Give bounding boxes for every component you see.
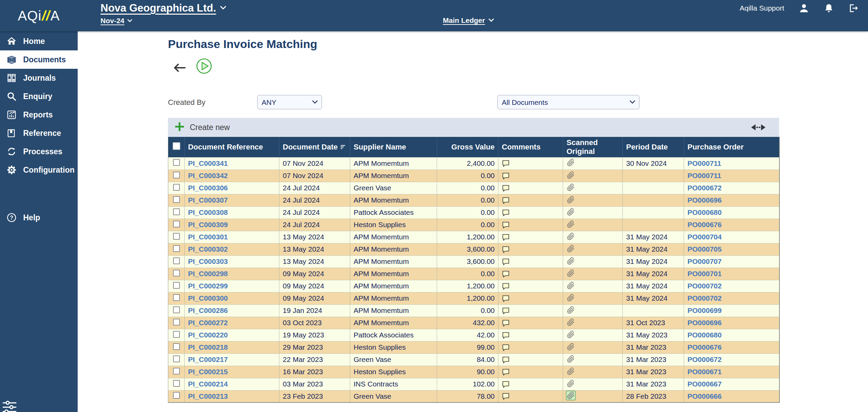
document-reference-link[interactable]: PI_C000215 bbox=[188, 368, 228, 376]
paperclip-icon[interactable] bbox=[567, 391, 575, 400]
expand-width-icon[interactable] bbox=[750, 123, 766, 133]
run-play-button[interactable] bbox=[196, 58, 212, 76]
paperclip-icon[interactable] bbox=[567, 306, 575, 314]
logout-icon[interactable] bbox=[848, 3, 858, 13]
purchase-order-link[interactable]: PO000704 bbox=[687, 233, 722, 241]
document-reference-link[interactable]: PI_C000220 bbox=[188, 331, 228, 339]
purchase-order-link[interactable]: PO000696 bbox=[687, 319, 722, 327]
comment-bubble-icon[interactable] bbox=[502, 356, 510, 364]
user-profile-icon[interactable] bbox=[799, 3, 809, 14]
comment-bubble-icon[interactable] bbox=[502, 209, 510, 217]
purchase-order-link[interactable]: PO000676 bbox=[687, 343, 722, 351]
document-reference-link[interactable]: PI_C000299 bbox=[188, 282, 228, 290]
row-checkbox[interactable] bbox=[173, 392, 180, 399]
document-reference-link[interactable]: PI_C000300 bbox=[188, 294, 228, 302]
paperclip-icon[interactable] bbox=[567, 343, 575, 351]
paperclip-icon[interactable] bbox=[567, 171, 575, 179]
document-filter-select[interactable]: All Documents bbox=[497, 95, 639, 109]
purchase-order-link[interactable]: PO000705 bbox=[687, 245, 722, 253]
comment-bubble-icon[interactable] bbox=[502, 184, 510, 192]
paperclip-icon[interactable] bbox=[567, 379, 575, 388]
row-checkbox[interactable] bbox=[173, 221, 180, 227]
comment-bubble-icon[interactable] bbox=[502, 392, 510, 400]
col-header-comments[interactable]: Comments bbox=[498, 137, 563, 157]
comment-bubble-icon[interactable] bbox=[502, 282, 510, 290]
paperclip-icon[interactable] bbox=[567, 330, 575, 339]
sidebar-item-enquiry[interactable]: Enquiry bbox=[0, 87, 78, 106]
paperclip-icon[interactable] bbox=[567, 281, 575, 290]
purchase-order-link[interactable]: PO000711 bbox=[687, 172, 721, 179]
company-selector[interactable]: Nova Geographica Ltd. bbox=[100, 2, 226, 14]
row-checkbox[interactable] bbox=[173, 257, 180, 264]
comment-bubble-icon[interactable] bbox=[502, 344, 510, 352]
row-checkbox[interactable] bbox=[173, 159, 180, 166]
purchase-order-link[interactable]: PO000696 bbox=[687, 196, 722, 204]
comment-bubble-icon[interactable] bbox=[502, 368, 510, 376]
comment-bubble-icon[interactable] bbox=[502, 319, 510, 327]
purchase-order-link[interactable]: PO000702 bbox=[687, 282, 722, 290]
purchase-order-link[interactable]: PO000701 bbox=[687, 270, 722, 278]
purchase-order-link[interactable]: PO000672 bbox=[687, 355, 722, 363]
sidebar-item-processes[interactable]: Processes bbox=[0, 142, 78, 161]
document-reference-link[interactable]: PI_C000342 bbox=[188, 172, 228, 179]
notifications-bell-icon[interactable] bbox=[824, 3, 834, 13]
document-reference-link[interactable]: PI_C000286 bbox=[188, 306, 228, 314]
select-all-checkbox[interactable] bbox=[173, 142, 180, 150]
col-header-scanned-original[interactable]: Scanned Original bbox=[563, 137, 623, 157]
row-checkbox[interactable] bbox=[173, 294, 180, 301]
row-checkbox[interactable] bbox=[173, 368, 180, 375]
filter-sliders-icon[interactable] bbox=[2, 400, 17, 412]
row-checkbox[interactable] bbox=[173, 245, 180, 252]
sidebar-item-home[interactable]: Home bbox=[0, 32, 78, 50]
paperclip-icon[interactable] bbox=[567, 318, 575, 327]
comment-bubble-icon[interactable] bbox=[502, 331, 510, 339]
document-reference-link[interactable]: PI_C000302 bbox=[188, 245, 228, 253]
comment-bubble-icon[interactable] bbox=[502, 295, 510, 303]
paperclip-icon[interactable] bbox=[567, 269, 575, 278]
col-header-supplier-name[interactable]: Supplier Name bbox=[350, 137, 437, 157]
row-checkbox[interactable] bbox=[173, 184, 180, 191]
row-checkbox[interactable] bbox=[173, 380, 180, 387]
paperclip-icon[interactable] bbox=[567, 158, 575, 167]
col-header-document-date[interactable]: Document Date bbox=[279, 137, 350, 157]
paperclip-icon[interactable] bbox=[567, 220, 575, 228]
purchase-order-link[interactable]: PO000699 bbox=[687, 306, 722, 314]
purchase-order-link[interactable]: PO000680 bbox=[687, 208, 722, 216]
document-reference-link[interactable]: PI_C000217 bbox=[188, 355, 228, 363]
paperclip-icon[interactable] bbox=[567, 355, 575, 363]
document-reference-link[interactable]: PI_C000303 bbox=[188, 257, 228, 265]
row-checkbox[interactable] bbox=[173, 306, 180, 313]
purchase-order-link[interactable]: PO000680 bbox=[687, 331, 722, 339]
document-reference-link[interactable]: PI_C000214 bbox=[188, 380, 228, 388]
row-checkbox[interactable] bbox=[173, 331, 180, 338]
document-reference-link[interactable]: PI_C000301 bbox=[188, 233, 228, 241]
sidebar-item-reports[interactable]: Reports bbox=[0, 106, 78, 124]
sidebar-item-journals[interactable]: Journals bbox=[0, 69, 78, 87]
document-reference-link[interactable]: PI_C000213 bbox=[188, 392, 228, 400]
comment-bubble-icon[interactable] bbox=[502, 270, 510, 278]
comment-bubble-icon[interactable] bbox=[502, 172, 510, 180]
col-header-gross-value[interactable]: Gross Value bbox=[437, 137, 498, 157]
paperclip-icon[interactable] bbox=[567, 208, 575, 216]
paperclip-icon[interactable] bbox=[567, 232, 575, 241]
row-checkbox[interactable] bbox=[173, 282, 180, 289]
comment-bubble-icon[interactable] bbox=[502, 380, 510, 389]
purchase-order-link[interactable]: PO000702 bbox=[687, 294, 722, 302]
purchase-order-link[interactable]: PO000707 bbox=[687, 257, 722, 265]
paperclip-icon[interactable] bbox=[567, 367, 575, 376]
document-reference-link[interactable]: PI_C000298 bbox=[188, 270, 228, 278]
sidebar-item-help[interactable]: ? Help bbox=[0, 208, 78, 227]
row-checkbox[interactable] bbox=[173, 355, 180, 362]
col-header-purchase-order[interactable]: Purchase Order bbox=[684, 137, 779, 157]
paperclip-icon[interactable] bbox=[567, 195, 575, 204]
created-by-select[interactable]: ANY bbox=[257, 95, 322, 109]
comment-bubble-icon[interactable] bbox=[502, 196, 510, 205]
document-reference-link[interactable]: PI_C000218 bbox=[188, 343, 228, 351]
create-new-button[interactable]: Create new bbox=[168, 121, 230, 133]
row-checkbox[interactable] bbox=[173, 319, 180, 326]
period-selector[interactable]: Nov-24 bbox=[100, 17, 226, 25]
comment-bubble-icon[interactable] bbox=[502, 233, 510, 241]
document-reference-link[interactable]: PI_C000272 bbox=[188, 319, 228, 327]
document-reference-link[interactable]: PI_C000309 bbox=[188, 221, 228, 228]
row-checkbox[interactable] bbox=[173, 270, 180, 276]
